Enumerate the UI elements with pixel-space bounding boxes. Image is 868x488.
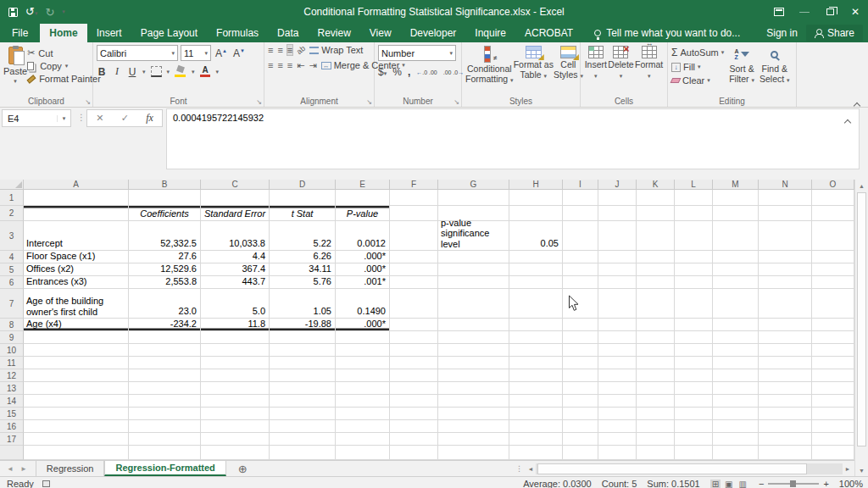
ribbon-tab-insert[interactable]: Insert (87, 24, 131, 42)
cell-H15[interactable] (509, 408, 563, 420)
cell-B6[interactable]: 2,553.8 (129, 276, 201, 289)
cell-M2[interactable] (713, 206, 759, 221)
cell-D5[interactable]: 34.11 (270, 263, 336, 276)
paste-dropdown-icon[interactable]: ▾ (14, 78, 17, 85)
select-all-corner[interactable] (0, 180, 24, 190)
cell-I17[interactable] (563, 433, 598, 446)
cell-A10[interactable] (24, 344, 129, 357)
row-header-2[interactable]: 2 (0, 206, 24, 221)
cell-N11[interactable] (759, 357, 812, 369)
cell-M1[interactable] (713, 190, 759, 206)
cell-J12[interactable] (598, 369, 637, 382)
cell-B7[interactable]: 23.0 (129, 289, 201, 319)
cell-B16[interactable] (129, 420, 201, 433)
cell-N10[interactable] (759, 344, 812, 357)
cell-F4[interactable] (390, 251, 438, 263)
horizontal-scroll-thumb[interactable] (537, 463, 807, 474)
scroll-down-icon[interactable]: ▼ (855, 464, 868, 476)
cell-M4[interactable] (713, 251, 759, 263)
column-header-C[interactable]: C (201, 180, 270, 190)
autosum-button[interactable]: ΣAutoSum▾ (671, 47, 724, 58)
cell-H2[interactable] (509, 206, 563, 221)
row-header-11[interactable]: 11 (0, 357, 24, 369)
cell-G3[interactable]: p-value significance level (438, 221, 509, 251)
cell-H17[interactable] (509, 433, 563, 446)
cell-E2[interactable]: P-value (336, 206, 390, 221)
ribbon-tab-review[interactable]: Review (308, 24, 359, 42)
formula-input[interactable]: 0.0004195722145932 (166, 108, 860, 169)
cell-A1[interactable] (24, 190, 129, 206)
font-size-select[interactable]: 11▾ (181, 45, 211, 61)
cell-J14[interactable] (598, 395, 637, 408)
cell-C16[interactable] (201, 420, 270, 433)
cell-E5[interactable]: .000* (336, 263, 390, 276)
cell-D14[interactable] (270, 395, 336, 408)
cell-C8[interactable]: 11.8 (201, 319, 270, 331)
cell-L12[interactable] (675, 369, 713, 382)
cell-G10[interactable] (438, 344, 509, 357)
row-header-5[interactable]: 5 (0, 263, 24, 276)
cell-J4[interactable] (598, 251, 637, 263)
cell-J1[interactable] (598, 190, 637, 206)
cell-N5[interactable] (759, 263, 812, 276)
cell-L6[interactable] (675, 276, 713, 289)
minimize-button[interactable]: — (792, 0, 817, 24)
cell-Dx[interactable] (270, 446, 336, 460)
cell-M14[interactable] (713, 395, 759, 408)
column-header-J[interactable]: J (598, 180, 637, 190)
cell-K4[interactable] (637, 251, 675, 263)
font-color-icon[interactable]: A (200, 66, 211, 77)
clipboard-dialog-launcher-icon[interactable]: ↘ (85, 98, 91, 106)
row-header-7[interactable]: 7 (0, 289, 24, 319)
close-button[interactable]: ✕ (843, 0, 868, 24)
cell-G6[interactable] (438, 276, 509, 289)
cell-F15[interactable] (390, 408, 438, 420)
cell-O10[interactable] (812, 344, 854, 357)
enter-entry-button[interactable]: ✓ (121, 113, 129, 124)
cell-O11[interactable] (812, 357, 854, 369)
cell-B12[interactable] (129, 369, 201, 382)
cell-K10[interactable] (637, 344, 675, 357)
vertical-scrollbar[interactable]: ▲ ▼ (854, 180, 868, 476)
align-left-icon[interactable]: ≡ (268, 60, 273, 70)
cell-A4[interactable]: Floor Space (x1) (24, 251, 129, 263)
cell-F12[interactable] (390, 369, 438, 382)
cell-D7[interactable]: 1.05 (270, 289, 336, 319)
cell-Gx[interactable] (438, 446, 509, 460)
cell-J5[interactable] (598, 263, 637, 276)
cell-A8[interactable]: Age (x4) (24, 319, 129, 331)
cell-C9[interactable] (201, 331, 270, 344)
cell-C13[interactable] (201, 382, 270, 395)
column-header-I[interactable]: I (563, 180, 598, 190)
cell-L5[interactable] (675, 263, 713, 276)
format-cells-button[interactable]: Format▾ (635, 45, 663, 95)
ribbon-tab-inquire[interactable]: Inquire (465, 24, 515, 42)
cell-H16[interactable] (509, 420, 563, 433)
cell-I10[interactable] (563, 344, 598, 357)
cell-O6[interactable] (812, 276, 854, 289)
cell-D15[interactable] (270, 408, 336, 420)
bold-button[interactable]: B (97, 66, 107, 78)
cell-C7[interactable]: 5.0 (201, 289, 270, 319)
name-box-dropdown-icon[interactable]: ▾ (57, 115, 70, 122)
cell-F13[interactable] (390, 382, 438, 395)
cell-O5[interactable] (812, 263, 854, 276)
cell-K3[interactable] (637, 221, 675, 251)
cell-G8[interactable] (438, 319, 509, 331)
cell-J13[interactable] (598, 382, 637, 395)
cell-M7[interactable] (713, 289, 759, 319)
cell-H4[interactable] (509, 251, 563, 263)
cell-I8[interactable] (563, 319, 598, 331)
cell-Fx[interactable] (390, 446, 438, 460)
cell-J7[interactable] (598, 289, 637, 319)
cell-B17[interactable] (129, 433, 201, 446)
cell-L17[interactable] (675, 433, 713, 446)
cell-H1[interactable] (509, 190, 563, 206)
row-header-13[interactable]: 13 (0, 382, 24, 395)
copy-button[interactable]: Copy▾ (27, 61, 101, 71)
cell-E7[interactable]: 0.1490 (336, 289, 390, 319)
insert-function-button[interactable]: fx (146, 112, 153, 125)
cut-button[interactable]: ✂Cut (27, 47, 101, 58)
cell-K5[interactable] (637, 263, 675, 276)
cell-A12[interactable] (24, 369, 129, 382)
